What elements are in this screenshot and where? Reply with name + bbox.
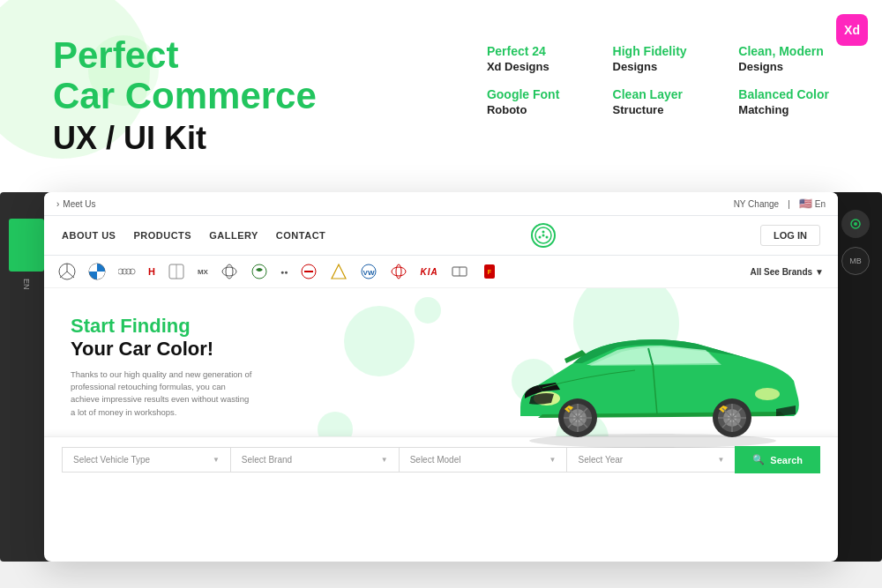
location-text[interactable]: NY Change	[734, 199, 780, 209]
browser-top-bar: › Meet Us NY Change | 🇺🇸 En	[44, 192, 838, 216]
feature-title: Balanced Color	[738, 87, 829, 101]
brand-generic1[interactable]	[168, 263, 185, 280]
feature-subtitle: Designs	[738, 60, 829, 73]
svg-point-15	[130, 269, 135, 274]
nav-logo	[531, 223, 556, 248]
feature-perfect24: Perfect 24 Xd Designs	[487, 44, 578, 73]
features-grid: Perfect 24 Xd Designs High Fidelity Desi…	[487, 44, 829, 116]
feature-subtitle: Xd Designs	[487, 60, 578, 73]
brand-porsche[interactable]	[451, 263, 468, 280]
svg-line-9	[60, 272, 67, 278]
brand-alfa[interactable]	[300, 263, 318, 280]
nav-links: ABOUT US PRODUCTS GALLERY CONTACT	[62, 230, 325, 241]
brand-mercedes[interactable]	[58, 263, 76, 280]
brand-bmw[interactable]	[88, 263, 106, 280]
nav-products[interactable]: PRODUCTS	[133, 230, 191, 241]
feature-subtitle: Matching	[738, 103, 829, 116]
browser-window: › Meet Us NY Change | 🇺🇸 En ABOUT US PRO…	[44, 192, 838, 562]
brand-lamborghini[interactable]	[330, 263, 348, 280]
all-see-brands[interactable]: All See Brands ▼	[751, 267, 825, 277]
brands-bar: H MX ●●	[44, 256, 838, 288]
nav-about-us[interactable]: ABOUT US	[62, 230, 116, 241]
chevron-down-icon: ▼	[815, 267, 824, 277]
feature-clean-modern: Clean, Modern Designs	[738, 44, 829, 73]
svg-rect-22	[304, 271, 313, 272]
feature-subtitle: Designs	[613, 60, 704, 73]
hero-text: Start Finding Your Car Color! Thanks to …	[71, 306, 318, 419]
feature-title: Clean Layer	[613, 87, 704, 101]
logo-icon	[531, 223, 556, 248]
feature-title: Google Font	[487, 87, 578, 101]
feature-balanced-color: Balanced Color Matching	[738, 87, 829, 116]
brand-audi[interactable]	[118, 263, 136, 280]
nav-gallery[interactable]: GALLERY	[209, 230, 258, 241]
brand-kia[interactable]: KIA	[420, 267, 437, 277]
brand-logos: H MX ●●	[58, 263, 498, 280]
feature-title: Clean, Modern	[738, 44, 829, 58]
chevron-brand-icon: ▼	[381, 456, 388, 464]
top-section: Perfect Car Commerce UX / UI Kit Perfect…	[0, 0, 882, 194]
svg-point-5	[545, 236, 548, 239]
feature-high-fidelity: High Fidelity Designs	[613, 44, 704, 73]
brand-vw[interactable]: VW	[360, 263, 377, 280]
title-ux-ui: UX / UI Kit	[53, 120, 317, 157]
brand-subaru[interactable]: ●●	[280, 269, 288, 275]
feature-subtitle: Roboto	[487, 103, 578, 116]
svg-point-18	[222, 267, 236, 276]
feature-clean-layer: Clean Layer Structure	[613, 87, 704, 116]
right-flags: NY Change | 🇺🇸 En	[734, 197, 826, 210]
vehicle-type-select[interactable]: Select Vehicle Type ▼	[62, 447, 230, 473]
nav-contact[interactable]: CONTACT	[276, 230, 325, 241]
svg-point-19	[226, 264, 233, 279]
svg-point-6	[542, 234, 544, 237]
brand-honda[interactable]: H	[148, 266, 155, 277]
svg-point-1	[854, 222, 857, 226]
title-perfect: Perfect	[53, 35, 317, 76]
hero-description: Thanks to our high quality and new gener…	[71, 368, 256, 419]
brand-select[interactable]: Select Brand ▼	[230, 447, 399, 473]
xd-badge: Xd	[836, 14, 868, 46]
svg-line-10	[67, 272, 74, 278]
your-car-color-text: Your Car Color!	[71, 338, 318, 361]
title-car-commerce: Car Commerce	[53, 76, 317, 116]
feature-google-font: Google Font Roboto	[487, 87, 578, 116]
feature-title: High Fidelity	[613, 44, 704, 58]
side-panel-text: EN	[22, 279, 31, 290]
brand-skoda[interactable]	[250, 263, 268, 280]
car-image	[485, 293, 820, 469]
side-panel-right-icon	[841, 210, 870, 238]
feature-subtitle: Structure	[613, 103, 704, 116]
svg-point-26	[392, 267, 406, 276]
side-panel-green-accent	[9, 219, 44, 272]
svg-point-27	[396, 264, 401, 279]
brand-ferrari[interactable]: F	[481, 263, 498, 280]
title-block: Perfect Car Commerce UX / UI Kit	[53, 35, 317, 157]
feature-title: Perfect 24	[487, 44, 578, 58]
svg-point-3	[542, 231, 544, 234]
start-finding-text: Start Finding	[71, 315, 318, 338]
main-content: Start Finding Your Car Color! Thanks to …	[44, 288, 838, 482]
meet-us-link[interactable]: › Meet Us	[56, 199, 96, 209]
chevron-vehicle-icon: ▼	[213, 456, 220, 464]
brand-toyota[interactable]	[390, 263, 407, 280]
language-text[interactable]: En	[815, 199, 826, 209]
svg-marker-23	[332, 264, 346, 279]
login-button[interactable]: LOG IN	[760, 225, 820, 246]
side-panel-right-icon2: MB	[841, 247, 870, 275]
brand-mx[interactable]: MX	[198, 268, 208, 276]
svg-text:F: F	[488, 269, 492, 275]
svg-point-35	[755, 388, 780, 400]
brand-mazda[interactable]	[220, 263, 238, 280]
nav-bar: ABOUT US PRODUCTS GALLERY CONTACT LOG IN	[44, 216, 838, 256]
svg-point-4	[538, 236, 541, 239]
svg-text:VW: VW	[363, 269, 375, 277]
